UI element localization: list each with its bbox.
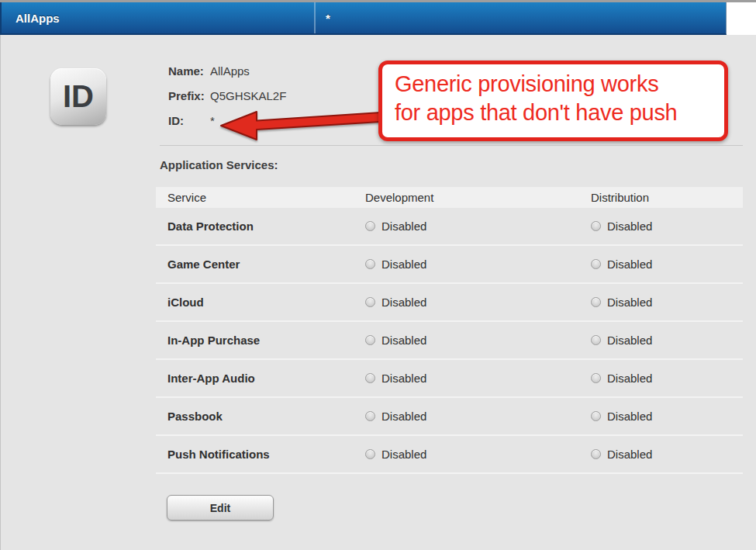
titlebar-app-segment[interactable]: AllApps	[2, 2, 314, 33]
column-header-development: Development	[365, 191, 591, 204]
service-name: Inter-App Audio	[156, 372, 365, 385]
service-name: In-App Purchase	[156, 334, 365, 347]
distribution-status: Disabled	[607, 258, 652, 271]
name-value: AllApps	[210, 64, 250, 78]
service-name: Game Center	[156, 258, 365, 271]
prefix-value: Q5GHSKAL2F	[210, 89, 286, 102]
radio-disabled-icon	[591, 373, 601, 383]
radio-disabled-icon	[591, 221, 601, 231]
table-row: Inter-App Audio Disabled Disabled	[156, 360, 743, 398]
radio-disabled-icon	[365, 373, 375, 383]
titlebar-id-segment[interactable]: *	[316, 2, 719, 33]
distribution-status: Disabled	[607, 296, 652, 309]
titlebar-id-label: *	[326, 12, 330, 25]
titlebar: AllApps *	[0, 2, 727, 35]
titlebar-app-name: AllApps	[16, 12, 60, 25]
application-services-label: Application Services:	[160, 158, 278, 171]
radio-disabled-icon	[365, 259, 375, 269]
radio-disabled-icon	[365, 449, 375, 459]
table-row: In-App Purchase Disabled Disabled	[156, 322, 743, 360]
edit-button[interactable]: Edit	[167, 495, 274, 521]
radio-disabled-icon	[365, 221, 375, 231]
app-id-icon-label: ID	[63, 79, 94, 114]
radio-disabled-icon	[365, 411, 375, 421]
table-row: Game Center Disabled Disabled	[156, 246, 743, 284]
development-status: Disabled	[381, 296, 426, 309]
service-name: Push Notifications	[156, 448, 365, 461]
detail-row-name: Name: AllApps	[168, 58, 286, 83]
services-table: Service Development Distribution Data Pr…	[156, 187, 743, 474]
distribution-status: Disabled	[607, 372, 652, 385]
radio-disabled-icon	[365, 297, 375, 307]
table-row: Data Protection Disabled Disabled	[156, 208, 743, 246]
development-status: Disabled	[381, 448, 426, 461]
prefix-label: Prefix:	[168, 89, 210, 102]
distribution-status: Disabled	[607, 220, 652, 233]
radio-disabled-icon	[591, 297, 601, 307]
radio-disabled-icon	[591, 259, 601, 269]
content-panel: ID Name: AllApps Prefix: Q5GHSKAL2F ID: …	[0, 35, 756, 550]
app-id-icon: ID	[50, 68, 106, 125]
radio-disabled-icon	[591, 449, 601, 459]
service-name: Passbook	[156, 410, 365, 423]
development-status: Disabled	[381, 372, 426, 385]
id-value: *	[210, 114, 215, 127]
annotation-line-1: Generic provisioning works	[395, 70, 724, 99]
column-header-service: Service	[156, 191, 365, 204]
name-label: Name:	[168, 64, 210, 78]
services-table-header: Service Development Distribution	[156, 187, 743, 208]
annotation-callout: Generic provisioning works for apps that…	[378, 61, 728, 141]
radio-disabled-icon	[591, 411, 601, 421]
distribution-status: Disabled	[607, 448, 652, 461]
annotation-line-2: for apps that don't have push	[395, 99, 724, 127]
table-row: Passbook Disabled Disabled	[156, 398, 743, 436]
table-row: iCloud Disabled Disabled	[156, 284, 743, 322]
development-status: Disabled	[381, 220, 426, 233]
distribution-status: Disabled	[607, 334, 652, 347]
id-label: ID:	[168, 114, 210, 127]
radio-disabled-icon	[591, 335, 601, 345]
details-divider	[160, 145, 743, 146]
development-status: Disabled	[381, 334, 426, 347]
radio-disabled-icon	[365, 335, 375, 345]
service-name: Data Protection	[156, 220, 365, 233]
development-status: Disabled	[381, 258, 426, 271]
development-status: Disabled	[381, 410, 426, 423]
distribution-status: Disabled	[607, 410, 652, 423]
screen: AllApps * ID Name: AllApps Prefix: Q5GHS…	[0, 0, 756, 550]
service-name: iCloud	[156, 296, 365, 309]
column-header-distribution: Distribution	[591, 191, 743, 204]
table-row: Push Notifications Disabled Disabled	[156, 436, 743, 474]
